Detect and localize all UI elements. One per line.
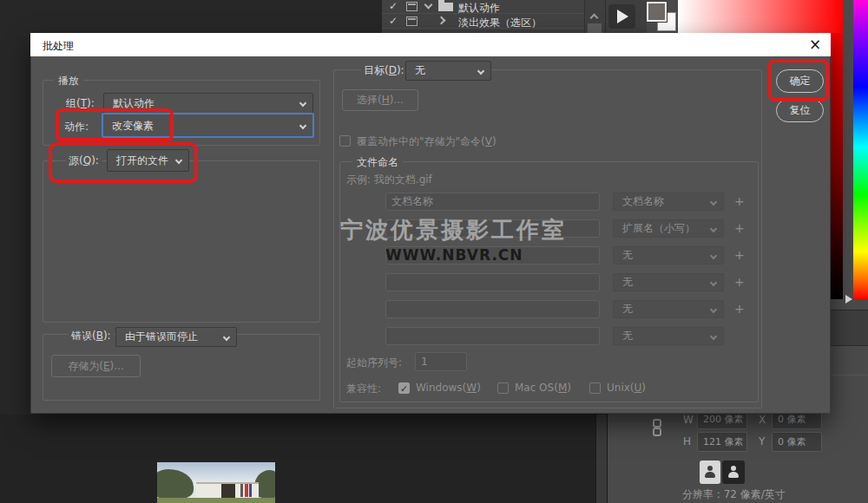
color-saturation-field[interactable] <box>678 0 843 33</box>
naming-dropdown-4[interactable]: 无 <box>613 273 724 291</box>
y-label: Y <box>759 435 765 447</box>
ok-button[interactable]: 确定 <box>776 69 824 93</box>
set-label: 组(T): <box>66 96 95 111</box>
chevron-right-icon[interactable] <box>437 16 446 25</box>
canvas-scrollbar[interactable] <box>595 415 608 503</box>
portrait-orientation-button[interactable] <box>700 461 720 484</box>
chevron-down-icon <box>710 252 717 259</box>
action-set-dropdown[interactable]: 默认动作 <box>103 93 313 114</box>
folder-icon <box>438 3 453 11</box>
plus-icon: + <box>734 221 745 235</box>
scroll-up-icon[interactable] <box>590 14 599 23</box>
photo-door <box>221 484 235 499</box>
portrait-icon <box>707 466 713 471</box>
dialog-titlebar[interactable]: 批处理 × <box>30 33 831 56</box>
chevron-down-icon <box>710 306 717 313</box>
action-item-row[interactable]: ✓ 淡出效果（选区） <box>382 15 584 29</box>
chevron-down-icon <box>299 122 306 129</box>
chevron-down-icon[interactable] <box>424 1 433 10</box>
document-canvas <box>0 415 595 503</box>
dialog-toggle-icon[interactable] <box>406 2 418 11</box>
play-group-legend: 播放 <box>54 74 83 88</box>
naming-dropdown-5[interactable]: 无 <box>613 300 724 318</box>
source-group <box>43 160 320 323</box>
source-label: 源(Q): <box>66 154 102 168</box>
dialog-body: 播放 组(T): 默认动作 动作: 改变像素 源(Q): 打开的文件 错误(B)… <box>30 56 831 414</box>
naming-field-5[interactable] <box>385 300 600 318</box>
link-dimensions-icon[interactable] <box>652 419 662 437</box>
plus-icon: + <box>734 275 745 289</box>
scrollbar-thumb[interactable] <box>588 23 602 33</box>
source-dropdown[interactable]: 打开的文件 <box>107 149 189 172</box>
foreground-color-swatch[interactable] <box>647 2 667 22</box>
unix-label: Unix(U) <box>607 382 646 394</box>
action-label: 动作: <box>64 120 89 134</box>
chevron-down-icon <box>175 157 182 164</box>
hue-slider[interactable] <box>853 0 868 299</box>
chevron-down-icon <box>299 100 306 107</box>
naming-field-1[interactable] <box>385 193 600 211</box>
check-icon[interactable]: ✓ <box>389 0 398 12</box>
serial-label: 起始序列号: <box>346 356 402 370</box>
reset-button[interactable]: 复位 <box>776 99 824 122</box>
photo-trees-left <box>157 469 194 499</box>
naming-field-4[interactable] <box>385 273 600 291</box>
errors-label: 错误(B): <box>69 329 114 343</box>
dialog-title: 批处理 <box>43 39 74 54</box>
action-dropdown[interactable]: 改变像素 <box>102 113 314 138</box>
height-label: H <box>683 435 691 447</box>
batch-dialog: 批处理 × 播放 组(T): 默认动作 动作: 改变像素 源(Q): 打开的文件… <box>30 33 831 414</box>
macos-checkbox[interactable] <box>497 382 509 394</box>
unix-checkbox[interactable] <box>589 382 601 394</box>
errors-dropdown[interactable]: 由于错误而停止 <box>115 327 237 347</box>
override-label: 覆盖动作中的"存储为"命令(V) <box>357 134 496 149</box>
naming-dropdown-6[interactable]: 无 <box>613 327 724 345</box>
dialog-toggle-icon[interactable] <box>406 16 418 26</box>
plus-icon: + <box>734 248 745 262</box>
compatibility-label: 兼容性: <box>346 382 381 396</box>
destination-label: 目标(D): <box>361 63 407 78</box>
plus-icon: + <box>734 302 745 316</box>
landscape-orientation-button[interactable] <box>722 461 745 484</box>
file-naming-legend: 文件命名 <box>352 155 403 170</box>
check-icon[interactable]: ✓ <box>389 15 398 27</box>
naming-example: 示例: 我的文档.gif <box>346 173 432 187</box>
chevron-down-icon <box>223 334 230 341</box>
action-set-label[interactable]: 默认动作 <box>458 1 500 16</box>
save-as-button[interactable]: 存储为(E)... <box>51 355 141 377</box>
naming-dropdown-1[interactable]: 文档名称 <box>613 193 724 211</box>
chevron-down-icon <box>710 199 717 206</box>
resolution-text: 分辨率 : 72 像素/英寸 <box>682 487 786 502</box>
action-set-row[interactable]: ✓ 默认动作 <box>382 0 584 14</box>
chevron-down-icon <box>710 279 717 286</box>
serial-field[interactable]: 1 <box>415 352 467 371</box>
actions-scrollbar[interactable] <box>584 0 605 33</box>
naming-field-3[interactable] <box>385 246 600 265</box>
macos-label: Mac OS(M) <box>515 382 571 394</box>
height-field[interactable]: 121 像素 <box>697 432 747 452</box>
naming-dropdown-3[interactable]: 无 <box>613 246 724 265</box>
photo-banner <box>249 484 252 497</box>
color-saturation-field-edge[interactable] <box>831 33 843 299</box>
windows-checkbox[interactable]: ✓ <box>398 382 410 394</box>
naming-dropdown-2[interactable]: 扩展名（小写） <box>613 219 724 238</box>
photo-banner <box>240 484 243 497</box>
document-thumbnail <box>157 462 275 503</box>
action-item-label[interactable]: 淡出效果（选区） <box>458 16 542 30</box>
y-field[interactable]: 0 像素 <box>772 432 822 452</box>
close-icon[interactable]: × <box>803 33 827 56</box>
play-button[interactable] <box>608 4 635 29</box>
photo-banner <box>245 484 248 497</box>
naming-field-2[interactable] <box>385 219 600 238</box>
override-checkbox[interactable] <box>339 135 351 147</box>
hue-slider-marker-icon[interactable] <box>845 295 852 304</box>
actions-button-bar <box>605 0 647 33</box>
landscape-icon <box>731 466 736 471</box>
actions-panel: ✓ 默认动作 ✓ 淡出效果（选区） <box>382 0 605 33</box>
chevron-down-icon <box>710 225 717 232</box>
choose-button[interactable]: 选择(H)... <box>342 89 418 111</box>
chevron-down-icon <box>477 68 484 75</box>
destination-dropdown[interactable]: 无 <box>405 61 491 81</box>
photo-grass <box>157 498 275 503</box>
naming-field-6[interactable] <box>385 327 600 345</box>
